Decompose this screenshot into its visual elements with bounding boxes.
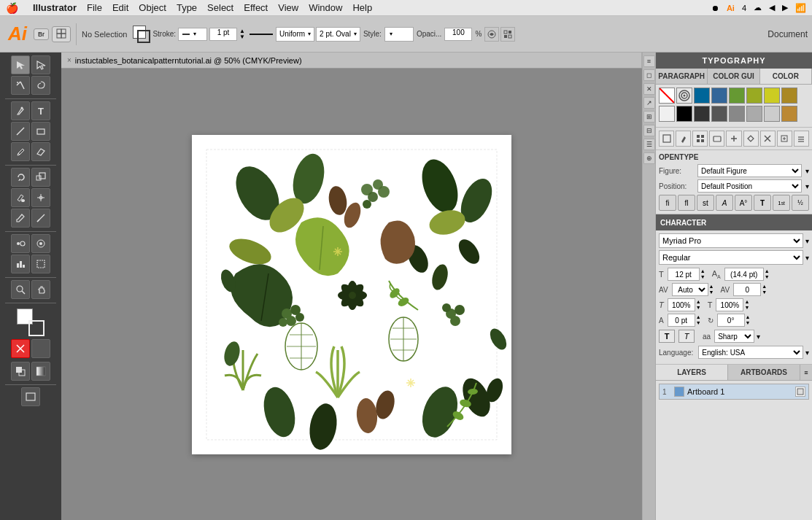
oval-profile-dropdown[interactable]: 2 pt. Oval xyxy=(316,27,360,42)
menu-window[interactable]: Window xyxy=(309,2,342,13)
target-swatch[interactable] xyxy=(676,88,692,104)
ot-fl-btn[interactable]: fl xyxy=(678,195,695,211)
baseline-input[interactable] xyxy=(668,314,695,327)
menu-object[interactable]: Object xyxy=(139,2,166,13)
ot-1st-btn[interactable]: 1st xyxy=(773,195,790,211)
style-dropdown[interactable] xyxy=(384,27,414,42)
group-btn[interactable] xyxy=(709,131,724,147)
layer-color[interactable] xyxy=(674,387,684,397)
merge-btn[interactable] xyxy=(743,131,759,147)
vscale-down[interactable]: ▼ xyxy=(744,305,749,311)
ot-frac-btn[interactable]: ½ xyxy=(792,195,809,211)
hscale-up[interactable]: ▲ xyxy=(696,299,701,305)
kerning-up[interactable]: ▲ xyxy=(762,284,767,290)
new-color-btn[interactable] xyxy=(659,131,674,147)
stroke-up-arrow[interactable]: ▲ xyxy=(239,28,245,34)
black-swatch[interactable] xyxy=(676,106,692,122)
font-name-expand[interactable]: ▾ xyxy=(805,237,809,245)
tab-color[interactable]: COLOR xyxy=(760,69,812,84)
layers-menu-btn[interactable]: ≡ xyxy=(800,365,812,380)
selection-tool[interactable] xyxy=(11,55,30,74)
tracking-down[interactable]: ▼ xyxy=(709,290,714,295)
uniform-dropdown[interactable]: Uniform xyxy=(276,27,314,42)
size-down[interactable]: ▼ xyxy=(700,274,705,280)
figure-expand[interactable]: ▾ xyxy=(805,167,809,175)
right-btn-3[interactable]: ↗ xyxy=(643,97,655,109)
eraser-tool[interactable] xyxy=(31,142,50,161)
ot-fi-btn[interactable]: fi xyxy=(659,195,676,211)
gray2-swatch[interactable] xyxy=(729,106,745,122)
right-btn-5[interactable]: ⊟ xyxy=(643,125,655,136)
menu-select[interactable]: Select xyxy=(207,2,233,13)
tracking-up[interactable]: ▲ xyxy=(709,284,714,290)
kerning-input[interactable] xyxy=(733,283,761,296)
leading-down[interactable]: ▼ xyxy=(765,274,770,280)
hscale-down[interactable]: ▼ xyxy=(696,305,701,311)
ot-t-btn[interactable]: T xyxy=(754,195,771,211)
zoom-tool[interactable] xyxy=(11,280,30,299)
leading-input[interactable] xyxy=(724,268,764,281)
bold-btn[interactable]: T xyxy=(659,330,675,343)
swatch-menu-btn[interactable] xyxy=(794,131,809,147)
opacity-input[interactable]: 100 xyxy=(444,28,472,41)
tab-artboards[interactable]: ARTBOARDS xyxy=(728,365,800,380)
stroke-width-input[interactable]: 1 pt xyxy=(209,28,237,41)
gradient-btn[interactable] xyxy=(31,362,50,381)
stroke-color-dropdown[interactable] xyxy=(178,28,207,41)
color-mode-btn[interactable] xyxy=(11,362,30,381)
magic-wand-tool[interactable] xyxy=(11,76,30,95)
tab-layers[interactable]: LAYERS xyxy=(656,365,728,380)
symbol-tool[interactable] xyxy=(31,234,50,253)
pen-tool[interactable] xyxy=(11,101,30,120)
ot-ao-btn[interactable]: A° xyxy=(735,195,752,211)
menu-effect[interactable]: Effect xyxy=(244,2,268,13)
figure-dropdown[interactable]: Default Figure xyxy=(697,164,802,177)
rect-tool[interactable] xyxy=(31,122,50,141)
language-select[interactable]: English: USA xyxy=(698,346,803,359)
rotate-tool[interactable] xyxy=(11,168,30,187)
orange-swatch[interactable] xyxy=(781,106,797,122)
separate-btn[interactable] xyxy=(726,131,741,147)
yellow-swatch[interactable] xyxy=(764,88,780,104)
brown-swatch[interactable] xyxy=(781,88,797,104)
scale-tool[interactable] xyxy=(31,168,50,187)
gray3-swatch[interactable] xyxy=(746,106,762,122)
menu-file[interactable]: File xyxy=(87,2,102,13)
green-swatch[interactable] xyxy=(729,88,745,104)
direct-selection-tool[interactable] xyxy=(31,55,50,74)
kerning-down[interactable]: ▼ xyxy=(762,290,767,295)
back-icon[interactable]: ◀ xyxy=(769,3,775,12)
tab-color-guide[interactable]: COLOR GUI xyxy=(708,69,759,84)
stroke-down-arrow[interactable]: ▼ xyxy=(239,34,245,39)
lasso-tool[interactable] xyxy=(31,76,50,95)
language-expand[interactable]: ▾ xyxy=(805,349,809,357)
tracking-select[interactable]: Auto xyxy=(672,283,708,296)
new-swatch-btn[interactable] xyxy=(777,131,792,147)
font-style-select[interactable]: Regular xyxy=(659,250,803,265)
leading-up[interactable]: ▲ xyxy=(765,268,770,274)
menu-edit[interactable]: Edit xyxy=(112,2,128,13)
canvas-scroll[interactable] xyxy=(61,69,642,520)
font-style-expand[interactable]: ▾ xyxy=(805,254,809,262)
blue-swatch[interactable] xyxy=(694,88,710,104)
right-btn-6[interactable]: ☰ xyxy=(643,139,655,150)
yellow-green-swatch[interactable] xyxy=(746,88,762,104)
right-btn-7[interactable]: ⊕ xyxy=(643,152,655,164)
opentype-header[interactable]: OPENTYPE xyxy=(659,153,809,161)
color-none-swatch[interactable] xyxy=(659,88,675,104)
right-btn-4[interactable]: ⊞ xyxy=(643,111,655,123)
workspace-button[interactable] xyxy=(52,26,71,42)
rotate-input[interactable] xyxy=(717,314,745,327)
rotate-up[interactable]: ▲ xyxy=(746,314,751,320)
eyedropper-panel-btn[interactable] xyxy=(676,131,691,147)
apple-menu[interactable]: 🍎 xyxy=(6,2,18,14)
size-up[interactable]: ▲ xyxy=(700,268,705,274)
right-btn-2[interactable]: ✕ xyxy=(643,83,655,95)
dark-gray-swatch[interactable] xyxy=(694,106,710,122)
paintbucket-tool[interactable] xyxy=(11,188,30,207)
menu-type[interactable]: Type xyxy=(177,2,197,13)
layer-options-btn[interactable] xyxy=(795,387,805,397)
app-menu[interactable]: Illustrator xyxy=(33,2,77,13)
ot-a-btn[interactable]: A xyxy=(716,195,733,211)
right-btn-1[interactable]: ◻ xyxy=(643,69,655,81)
